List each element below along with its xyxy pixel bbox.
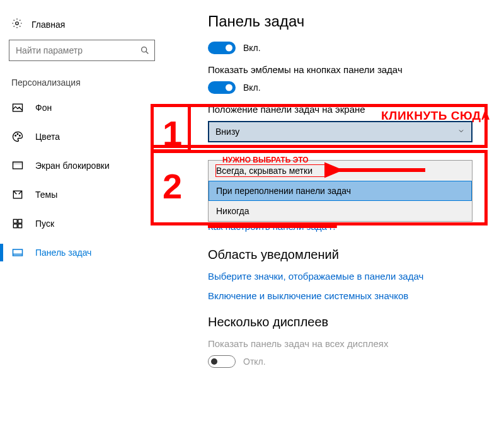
search-input[interactable] xyxy=(9,40,155,61)
themes-icon xyxy=(11,188,24,201)
sidebar-item-label: Цвета xyxy=(35,132,60,142)
lockscreen-icon xyxy=(11,159,24,172)
svg-rect-14 xyxy=(13,249,23,256)
annotation-choose-this: НУЖНО ВЫБРАТЬ ЭТО xyxy=(222,156,309,164)
sidebar-item-colors[interactable]: Цвета xyxy=(6,124,158,149)
svg-rect-11 xyxy=(18,219,22,223)
svg-rect-12 xyxy=(13,224,17,228)
main-content: Панель задач Вкл. Показать эмблемы на кн… xyxy=(164,0,504,422)
dropdown-value: Внизу xyxy=(215,127,239,137)
sidebar-item-label: Фон xyxy=(35,103,52,113)
toggle-label: Вкл. xyxy=(243,83,261,93)
multi-display-label: Показать панель задач на всех дисплеях xyxy=(208,338,485,349)
gear-icon xyxy=(11,18,23,31)
svg-rect-13 xyxy=(18,224,22,228)
svg-point-4 xyxy=(15,135,16,137)
sidebar-item-label: Экран блокировки xyxy=(35,161,110,171)
sidebar: Главная Персонализация Фон Цвета xyxy=(0,0,164,422)
notification-heading: Область уведомлений xyxy=(208,248,485,262)
svg-point-5 xyxy=(17,134,18,135)
start-icon xyxy=(11,217,24,230)
dropdown-option-whenfull[interactable]: При переполнении панели задач xyxy=(209,181,472,201)
picture-icon xyxy=(11,101,24,114)
sidebar-item-start[interactable]: Пуск xyxy=(6,211,158,236)
link-select-icons[interactable]: Выберите значки, отображаемые в панели з… xyxy=(208,271,485,282)
multi-display-heading: Несколько дисплеев xyxy=(208,315,485,329)
page-title: Панель задач xyxy=(208,13,485,30)
sidebar-item-label: Пуск xyxy=(35,219,54,229)
sidebar-item-lockscreen[interactable]: Экран блокировки xyxy=(6,153,158,178)
badges-label: Показать эмблемы на кнопках панели задач xyxy=(208,64,485,75)
toggle-label: Откл. xyxy=(243,356,266,367)
dropdown-option-never[interactable]: Никогда xyxy=(209,201,472,221)
sidebar-item-label: Темы xyxy=(35,190,57,200)
sidebar-item-taskbar[interactable]: Панель задач xyxy=(6,240,158,265)
toggle-multi-display[interactable] xyxy=(208,355,236,368)
annotation-arrow xyxy=(324,162,432,178)
toggle-generic-1[interactable] xyxy=(208,42,236,54)
section-label: Персонализация xyxy=(6,77,158,95)
svg-point-6 xyxy=(20,135,21,137)
svg-rect-10 xyxy=(13,219,17,223)
toggle-label: Вкл. xyxy=(243,43,261,53)
svg-point-1 xyxy=(142,47,147,52)
sidebar-item-themes[interactable]: Темы xyxy=(6,182,158,207)
svg-line-2 xyxy=(146,52,149,54)
home-label: Главная xyxy=(32,20,65,30)
toggle-badges[interactable] xyxy=(208,81,236,94)
annotation-step-2: 2 xyxy=(163,169,182,204)
search-input-wrap xyxy=(9,40,155,61)
palette-icon xyxy=(11,130,24,143)
annotation-click-here: КЛИКНУТЬ СЮДА xyxy=(381,109,490,123)
svg-point-0 xyxy=(16,22,19,25)
how-link[interactable]: Как настроить панели задач? xyxy=(208,221,337,232)
chevron-down-icon xyxy=(457,127,465,137)
sidebar-item-background[interactable]: Фон xyxy=(6,95,158,120)
annotation-step-1: 1 xyxy=(163,116,182,151)
sidebar-item-label: Панель задач xyxy=(35,248,91,258)
position-dropdown[interactable]: Внизу xyxy=(208,121,472,142)
home-button[interactable]: Главная xyxy=(6,15,158,40)
svg-rect-8 xyxy=(13,162,23,164)
taskbar-icon xyxy=(11,246,24,259)
link-system-icons[interactable]: Включение и выключение системных значков xyxy=(208,290,485,301)
